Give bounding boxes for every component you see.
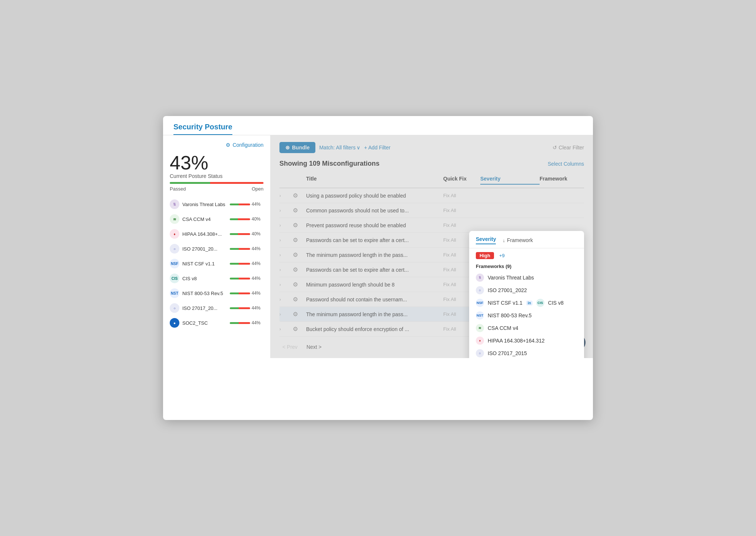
posture-progress-bar-container [163, 182, 270, 185]
fw-icon: NSF [170, 259, 179, 268]
dropdown-severity-col[interactable]: Severity [476, 236, 496, 244]
fw-name: ISO 27017_20... [182, 305, 230, 311]
dropdown-fw-item[interactable]: \\ Varonis Threat Labs [469, 271, 584, 284]
dropdown-fw-item[interactable]: ○ ISO 27001_2022 [469, 284, 584, 297]
dropdown-fw-name: CSA CCM v4 [488, 325, 518, 331]
passed-label: Passed [170, 186, 186, 192]
dropdown-fw-icon: ○ [476, 349, 484, 357]
sort-down-icon: ↓ [503, 238, 505, 243]
main-layout: ⚙ Configuration 43% Current Posture Stat… [163, 135, 593, 358]
main-window: Security Posture ⚙ Configuration 43% Cur… [163, 116, 593, 420]
fw-progress-bar [230, 307, 250, 309]
dropdown-fw-icon: \\ [476, 274, 484, 282]
fw-progress-bar [230, 263, 250, 265]
sidebar-framework-item[interactable]: ○ ISO 27017_20... 44% [166, 301, 267, 315]
fw-progress-bar [230, 322, 250, 324]
fw-pct: 40% [252, 231, 263, 236]
fw-progress-bar [230, 218, 250, 220]
sidebar-framework-item[interactable]: CIS CIS v8 44% [166, 271, 267, 286]
fw-icon: ≋ [170, 214, 179, 224]
fw-name: CSA CCM v4 [182, 216, 230, 222]
dropdown-fw-name: Varonis Threat Labs [488, 275, 534, 281]
fw-name: CIS v8 [182, 276, 230, 281]
posture-percent: 43% [163, 153, 270, 172]
in-icon: in [526, 301, 533, 305]
fw-icon: NST [170, 288, 179, 298]
dropdown-fw-name: NIST CSF v1.1 [488, 300, 523, 306]
header: Security Posture [163, 116, 593, 135]
dropdown-fw-item[interactable]: ○ ISO 27017_2015 [469, 347, 584, 358]
dropdown-fw-item[interactable]: ♦ HIPAA 164.308+164.312 [469, 334, 584, 347]
fw-name: SOC2_TSC [182, 320, 230, 326]
fw-pct: 44% [252, 276, 263, 281]
dropdown-fw-icon: NST [476, 311, 484, 320]
fw-progress-bar [230, 292, 250, 294]
fw-progress-bar [230, 248, 250, 250]
fw-name: NIST 800-53 Rev.5 [182, 291, 230, 296]
fw-name: NIST CSF v1.1 [182, 261, 230, 267]
configuration-button[interactable]: ⚙ Configuration [163, 142, 270, 153]
fw-icon: ○ [170, 244, 179, 254]
severity-plus: +9 [499, 253, 505, 258]
fw-icon: ♦ [170, 229, 179, 239]
sidebar-framework-item[interactable]: \\ Varonis Threat Labs 44% [166, 197, 267, 212]
dropdown-fw-icon: ○ [476, 286, 484, 294]
posture-label: Current Posture Status [163, 172, 270, 182]
content-area: ⊛ Bundle Match: All filters ∨ + Add Filt… [271, 135, 593, 358]
fw-name: HIPAA 164.308+... [182, 231, 230, 237]
dropdown-fw-item[interactable]: ≋ CSA CCM v4 [469, 322, 584, 334]
fw-name: ISO 27001_20... [182, 246, 230, 252]
sidebar-framework-item[interactable]: ≋ CSA CCM v4 40% [166, 212, 267, 226]
gear-icon: ⚙ [226, 142, 231, 148]
fw-pct: 44% [252, 291, 263, 296]
fw-pct: 44% [252, 202, 263, 207]
sidebar: ⚙ Configuration 43% Current Posture Stat… [163, 135, 271, 358]
fw-icon: ○ [170, 303, 179, 313]
fw-icon: CIS [170, 274, 179, 283]
fw-pct: 44% [252, 305, 263, 311]
fw-pct: 44% [252, 246, 263, 251]
fw-pct: 40% [252, 216, 263, 222]
dropdown-fw-item[interactable]: NST NIST 800-53 Rev.5 [469, 309, 584, 322]
fw-pct: 44% [252, 320, 263, 325]
dropdown-fw-name: ISO 27001_2022 [488, 287, 527, 293]
page-title: Security Posture [173, 123, 232, 135]
dropdown-fw-icon: NSF [476, 299, 484, 307]
sidebar-framework-item[interactable]: ○ ISO 27001_20... 44% [166, 241, 267, 256]
severity-high-badge: High [476, 252, 494, 259]
dropdown-fw-name: HIPAA 164.308+164.312 [488, 338, 544, 344]
sidebar-framework-item[interactable]: NST NIST 800-53 Rev.5 44% [166, 286, 267, 301]
sidebar-framework-item[interactable]: ♦ HIPAA 164.308+... 40% [166, 226, 267, 241]
extra-fw-name: CIS v8 [548, 300, 564, 306]
dropdown-framework-list: \\ Varonis Threat Labs ○ ISO 27001_2022 … [469, 271, 584, 358]
dropdown-header: Severity ↓ Framework [469, 231, 584, 248]
dropdown-severity-row: High +9 [469, 248, 584, 261]
fw-name: Varonis Threat Labs [182, 202, 230, 207]
sidebar-framework-item[interactable]: NSF NIST CSF v1.1 44% [166, 256, 267, 271]
fw-progress-bar [230, 278, 250, 279]
dropdown-fw-name: NIST 800-53 Rev.5 [488, 312, 532, 318]
dropdown-fw-icon: ≋ [476, 324, 484, 332]
fw-icon: \\ [170, 199, 179, 209]
open-label: Open [252, 186, 263, 192]
posture-progress-bar [170, 182, 263, 184]
dropdown-frameworks-label: Frameworks (9) [469, 261, 584, 271]
dropdown-fw-icon: ♦ [476, 337, 484, 345]
dropdown-fw-item[interactable]: NSF NIST CSF v1.1 inCISCIS v8 [469, 297, 584, 309]
fw-pct: 44% [252, 261, 263, 266]
extra-fw-icon: CIS [536, 299, 544, 307]
fw-progress-bar [230, 204, 250, 205]
fw-icon: ● [170, 318, 179, 328]
framework-list: \\ Varonis Threat Labs 44% ≋ CSA CCM v4 … [163, 197, 270, 330]
dropdown-framework-col: ↓ Framework [503, 237, 533, 243]
fw-progress-bar [230, 233, 250, 235]
sidebar-framework-item[interactable]: ● SOC2_TSC 44% [166, 315, 267, 330]
progress-labels: Passed Open [163, 185, 270, 197]
dropdown-fw-name: ISO 27017_2015 [488, 350, 527, 356]
framework-dropdown: Severity ↓ Framework High +9 Frameworks … [469, 231, 584, 358]
